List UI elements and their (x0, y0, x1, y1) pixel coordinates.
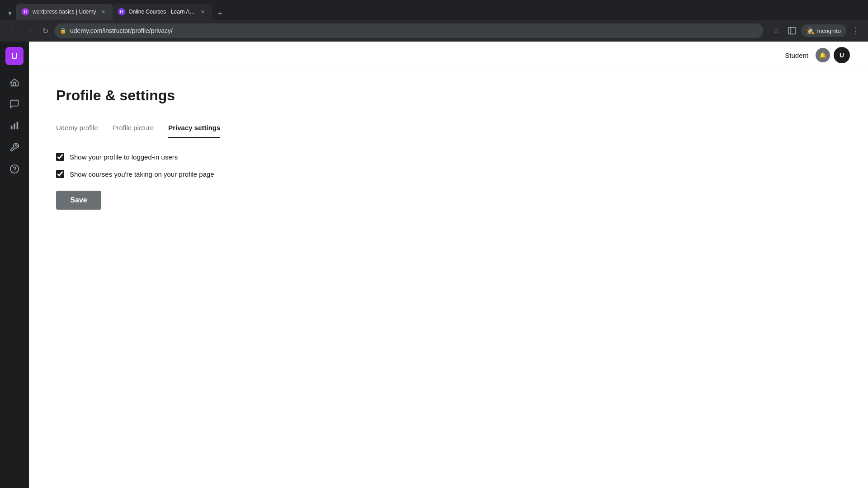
avatar-initials: U (840, 52, 844, 59)
app-wrapper: U (0, 42, 868, 488)
tabs: Udemy profile Profile picture Privacy se… (56, 118, 841, 138)
sidebar-logo[interactable]: U (5, 47, 24, 65)
address-bar[interactable]: 🔒 udemy.com/instructor/profile/privacy/ (54, 23, 763, 38)
address-text: udemy.com/instructor/profile/privacy/ (70, 27, 758, 34)
checkbox-row-2: Show courses you're taking on your profi… (56, 170, 418, 178)
bookmark-button[interactable]: ☆ (769, 23, 783, 38)
settings-content: Show your profile to logged-in users Sho… (56, 153, 418, 210)
tab-bar: ▼ U wordpress basics | Udemy ✕ U Online … (0, 0, 868, 20)
tab-close-1[interactable]: ✕ (100, 8, 107, 15)
sidebar-item-analytics[interactable] (5, 116, 24, 136)
tab-privacy-settings[interactable]: Privacy settings (168, 118, 220, 138)
wrench-icon (9, 142, 19, 152)
navigation-bar: ← → ↻ 🔒 udemy.com/instructor/profile/pri… (0, 20, 868, 42)
browser-menu-button[interactable]: ⋮ (848, 23, 863, 38)
show-courses-label[interactable]: Show courses you're taking on your profi… (70, 170, 214, 178)
sidebar: U (0, 42, 29, 488)
tab-favicon-2: U (118, 8, 125, 15)
reload-button[interactable]: ↻ (38, 23, 52, 38)
tab-dropdown[interactable]: ▼ (4, 7, 16, 20)
notification-bell[interactable]: 🔔 (816, 48, 830, 62)
tab-udemy-profile[interactable]: Udemy profile (56, 118, 98, 138)
question-icon (9, 164, 19, 174)
browser-tab-1[interactable]: U wordpress basics | Udemy ✕ (16, 4, 113, 20)
browser-tab-2[interactable]: U Online Courses - Learn Anythin... ✕ (113, 4, 212, 20)
main-content: Profile & settings Udemy profile Profile… (29, 69, 868, 488)
avatar[interactable]: U (834, 47, 850, 63)
sidebar-toggle-button[interactable] (785, 23, 799, 38)
incognito-label: Incognito (817, 28, 841, 34)
browser-chrome: ▼ U wordpress basics | Udemy ✕ U Online … (0, 0, 868, 42)
svg-rect-3 (14, 123, 15, 129)
forward-button[interactable]: → (22, 23, 36, 38)
nav-actions: ☆ 🕵️ Incognito ⋮ (769, 23, 863, 38)
svg-point-6 (14, 171, 15, 172)
top-bar: Student 🔔 U (29, 42, 868, 69)
svg-rect-4 (17, 122, 19, 130)
incognito-badge[interactable]: 🕵️ Incognito (801, 24, 846, 37)
sidebar-item-home[interactable] (5, 72, 24, 92)
tab-profile-picture[interactable]: Profile picture (113, 118, 154, 138)
sidebar-item-tools[interactable] (5, 137, 24, 157)
lock-icon: 🔒 (60, 28, 66, 34)
svg-rect-0 (788, 28, 796, 34)
save-button[interactable]: Save (56, 191, 101, 210)
show-courses-checkbox[interactable] (56, 170, 64, 178)
incognito-icon: 🕵️ (807, 27, 814, 34)
new-tab-button[interactable]: + (214, 7, 226, 20)
svg-rect-2 (11, 126, 13, 129)
show-profile-checkbox[interactable] (56, 153, 64, 161)
tab-label-1: wordpress basics | Udemy (33, 9, 96, 15)
tab-close-2[interactable]: ✕ (199, 8, 207, 15)
student-label[interactable]: Student (785, 52, 808, 59)
sidebar-item-messages[interactable] (5, 94, 24, 114)
page-title: Profile & settings (56, 87, 841, 104)
tab-favicon-1: U (22, 8, 29, 15)
chat-icon (9, 99, 19, 109)
sidebar-item-help[interactable] (5, 159, 24, 179)
bar-chart-icon (9, 121, 19, 131)
back-button[interactable]: ← (5, 23, 20, 38)
checkbox-row-1: Show your profile to logged-in users (56, 153, 418, 161)
show-profile-label[interactable]: Show your profile to logged-in users (70, 153, 178, 161)
home-icon (9, 77, 19, 87)
tab-label-2: Online Courses - Learn Anythin... (129, 9, 196, 15)
